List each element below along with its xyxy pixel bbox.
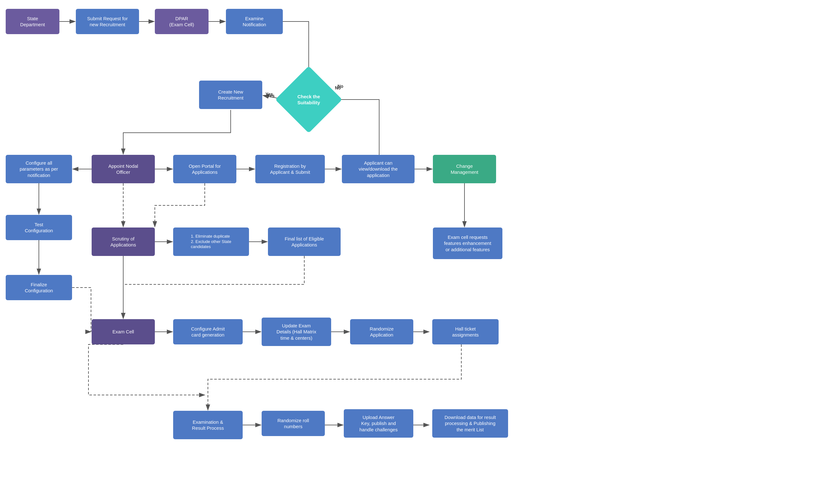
- state-department-node: StateDepartment: [6, 9, 59, 34]
- check-suitability-diamond: Check theSuitability: [285, 76, 332, 123]
- update-exam-node: Update ExamDetails (Hall Matrixtime & ce…: [262, 318, 331, 346]
- configure-params-node: Configure allparameters as pernotificati…: [6, 155, 72, 183]
- flowchart-diagram: Yes No StateDepartment Submit Request fo…: [0, 0, 813, 504]
- randomize-roll-node: Randomize rollnumbers: [262, 411, 325, 436]
- examine-notification-node: ExamineNotification: [226, 9, 283, 34]
- no-label: No: [337, 84, 343, 89]
- submit-request-node: Submit Request fornew Recruitment: [76, 9, 139, 34]
- finalize-configuration-node: FinalizeConfiguration: [6, 275, 72, 300]
- examination-result-node: Examination &Result Process: [173, 411, 243, 439]
- appoint-nodal-officer-node: Appoint NodalOfficer: [92, 155, 155, 183]
- eliminate-node: 1. Eliminate duplicate2. Exclude other S…: [173, 228, 249, 256]
- final-list-node: Final list of EligibleApplications: [268, 228, 341, 256]
- dpar-node: DPAR(Exam Cell): [155, 9, 209, 34]
- exam-cell-node: Exam Cell: [92, 319, 155, 344]
- scrutiny-node: Scrutiny ofApplications: [92, 228, 155, 256]
- download-data-node: Download data for resultprocessing & Pub…: [432, 409, 508, 438]
- hall-ticket-node: Hall ticketassignments: [432, 319, 499, 344]
- create-new-recruitment-node: Create NewRecruitment: [199, 81, 262, 109]
- open-portal-node: Open Portal forApplications: [173, 155, 236, 183]
- randomize-application-node: RandomizeApplication: [350, 319, 413, 344]
- upload-answer-node: Upload AnswerKey, publish andhandle chal…: [344, 409, 413, 438]
- registration-node: Registration byApplicant & Submit: [255, 155, 325, 183]
- exam-cell-requests-node: Exam cell requestsfeatures enhancementor…: [433, 228, 502, 259]
- applicant-view-node: Applicant canview/download theapplicatio…: [342, 155, 415, 183]
- change-management-node: ChangeManagement: [433, 155, 496, 183]
- configure-admit-node: Configure Admitcard generation: [173, 319, 243, 344]
- test-configuration-node: TestConfiguration: [6, 215, 72, 240]
- yes-label: Yes: [267, 93, 275, 98]
